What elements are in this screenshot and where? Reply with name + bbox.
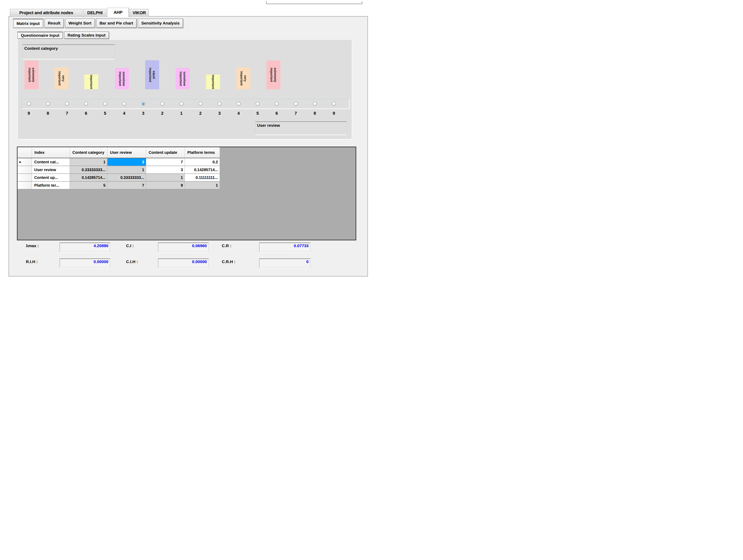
row-label[interactable]: Content up... (32, 174, 70, 181)
rating-radio-5[interactable] (256, 102, 260, 106)
row-label[interactable]: User review (32, 166, 70, 174)
rating-radio-8[interactable] (313, 102, 317, 106)
stat-value-box-c-r: 0.07733 (259, 242, 310, 251)
matrix-cell[interactable]: 0.14285714... (70, 174, 107, 181)
matrix-cell[interactable]: 0.33333333... (107, 174, 146, 181)
stat-label-c-r-h: C.R.H : (222, 260, 235, 264)
scale-number: 9 (25, 111, 33, 116)
rating-radio-7[interactable] (65, 102, 69, 106)
stat-value: 0.00000 (192, 260, 207, 264)
stat-label-max: λmax : (26, 243, 39, 248)
rating-label-very-important: very important (236, 67, 250, 89)
matrix-cell[interactable]: 9 (146, 182, 185, 189)
tab-matrix-input[interactable]: Matrix input (13, 18, 43, 28)
rating-label-somehow-important: somehow important (115, 68, 129, 89)
rating-radio-6[interactable] (275, 102, 279, 106)
matrix-input-tab-strip: Questionnaire InputRating Scales Input (17, 32, 109, 39)
stat-value: 0 (306, 260, 309, 264)
scale-number: 3 (139, 111, 147, 116)
matrix-cell[interactable]: 1 (107, 166, 146, 174)
rating-label-extremely-important: extremely important (266, 60, 280, 89)
scale-number: 7 (63, 111, 71, 116)
row-header[interactable] (17, 166, 32, 174)
column-header-index[interactable]: Index (32, 147, 70, 158)
rating-radio-3-selected[interactable] (141, 102, 145, 106)
tab-delphi[interactable]: DELPHI (83, 9, 106, 16)
stat-value: 0.06960 (192, 243, 207, 248)
rating-radio-4[interactable] (236, 102, 241, 106)
matrix-cell[interactable]: 7 (146, 158, 185, 166)
rating-radio-6[interactable] (84, 102, 88, 106)
tab-project-and-attribute-nodes[interactable]: Project and attribute nodes (10, 9, 83, 16)
scale-number: 8 (311, 111, 319, 116)
rating-label-important: important (206, 75, 220, 89)
rating-label-very-important: very important (54, 67, 69, 89)
rating-radio-8[interactable] (46, 102, 50, 106)
right-criterion-box: User review (255, 121, 347, 135)
rating-radio-5[interactable] (103, 102, 107, 106)
matrix-cell[interactable]: 0.11111111... (185, 174, 220, 181)
rating-radio-4[interactable] (122, 102, 126, 106)
scale-number: 9 (330, 111, 338, 116)
app-window: Project and attribute nodesDELPHIAHPVIKO… (0, 0, 372, 280)
row-selector-arrow-icon: ▶ (19, 160, 21, 164)
stat-value-box-c-r-h: 0 (259, 259, 310, 268)
matrix-cell[interactable]: 7 (107, 182, 146, 189)
stat-value: 4.20880 (94, 243, 108, 248)
matrix-cell[interactable]: 3 (146, 166, 185, 174)
tab-weight-sort[interactable]: Weight Sort (65, 18, 95, 28)
left-criterion-box: Content category (23, 44, 115, 59)
scale-number: 4 (235, 111, 243, 116)
tab-rating-scales-input[interactable]: Rating Scales Input (64, 32, 109, 39)
scale-number: 6 (82, 111, 90, 116)
rating-radio-9[interactable] (27, 102, 31, 106)
matrix-cell[interactable]: 1 (146, 174, 185, 181)
column-header-content-category[interactable]: Content category (70, 147, 107, 158)
comparison-matrix-grid: IndexContent categoryUser reviewContent … (17, 147, 356, 240)
rating-radio-7[interactable] (294, 102, 298, 106)
grid-header-row: IndexContent categoryUser reviewContent … (17, 147, 220, 158)
matrix-cell[interactable]: 1 (185, 182, 220, 189)
cropped-top-control (266, 1, 362, 4)
matrix-cell-selected[interactable]: 3 (107, 158, 146, 166)
rating-label-somehow-important: somehow important (176, 68, 190, 89)
rating-radio-2[interactable] (160, 102, 164, 106)
tab-bar-and-pie-chart[interactable]: Bar and Pie chart (96, 18, 137, 28)
row-header[interactable] (17, 182, 32, 189)
tab-vikor[interactable]: VIKOR (130, 9, 149, 16)
rating-label-equal-important: equal important (145, 60, 159, 89)
stat-label-c-i-h: C.I.H : (126, 260, 138, 264)
row-header[interactable] (17, 174, 32, 181)
tab-sensitivity-analysis[interactable]: Sensitivity Analysis (138, 18, 183, 28)
rating-radio-2[interactable] (199, 102, 203, 106)
stat-value-box-c-i-h: 0.00000 (158, 259, 209, 268)
matrix-cell[interactable]: 0.2 (185, 158, 220, 166)
matrix-cell[interactable]: 1 (70, 158, 107, 166)
rating-radio-9[interactable] (332, 102, 336, 106)
tab-result[interactable]: Result (44, 18, 64, 28)
matrix-cell[interactable]: 0.14285714... (185, 166, 220, 174)
grid-corner-cell (17, 147, 32, 158)
rating-radio-1[interactable] (179, 102, 183, 106)
stat-value-box-r-i-h: 0.00000 (59, 259, 110, 268)
column-header-platform-terms[interactable]: Platform terms (185, 147, 220, 158)
column-header-user-review[interactable]: User review (107, 147, 146, 158)
rating-label-extremely-important: extremely important (25, 60, 39, 89)
tab-questionnaire-input[interactable]: Questionnaire Input (17, 32, 63, 39)
left-criterion-label: Content category (24, 46, 58, 51)
table-row: Platform ter...5791 (17, 182, 220, 189)
right-criterion-label: User review (257, 123, 280, 128)
row-label[interactable]: Platform ter... (32, 182, 70, 189)
scale-number: 1 (177, 111, 185, 116)
tab-ahp[interactable]: AHP (107, 8, 129, 17)
row-header[interactable]: ▶ (17, 158, 32, 166)
matrix-cell[interactable]: 5 (70, 182, 107, 189)
scale-number: 5 (254, 111, 261, 116)
matrix-cell[interactable]: 0.33333333... (70, 166, 107, 174)
scale-number: 5 (101, 111, 109, 116)
rating-radio-3[interactable] (218, 102, 222, 106)
column-header-content-update[interactable]: Content update (146, 147, 185, 158)
row-label[interactable]: Content cat... (32, 158, 70, 166)
rating-label-important: important (84, 75, 98, 89)
scale-number: 4 (120, 111, 128, 116)
